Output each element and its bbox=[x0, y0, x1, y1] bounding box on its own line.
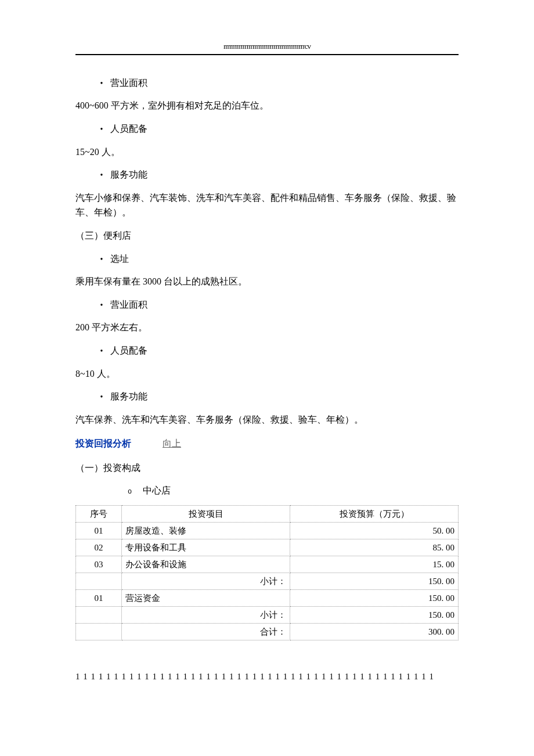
cell-budget: 15. 00 bbox=[290, 556, 459, 573]
subtotal-label: 小计： bbox=[122, 573, 290, 590]
convenience-store-title: （三）便利店 bbox=[75, 228, 459, 243]
total-row: 合计： 300. 00 bbox=[76, 624, 459, 640]
subtotal-row: 小计： 150. 00 bbox=[76, 607, 459, 624]
subtotal-value: 150. 00 bbox=[290, 607, 459, 624]
area-text-2: 200 平方米左右。 bbox=[75, 320, 459, 335]
cell-seq: 03 bbox=[76, 556, 122, 573]
header-budget: 投资预算（万元） bbox=[290, 506, 459, 523]
site-text: 乘用车保有量在 3000 台以上的成熟社区。 bbox=[75, 274, 459, 289]
investment-table: 序号 投资项目 投资预算（万元） 01 房屋改造、装修 50. 00 02 专用… bbox=[75, 505, 459, 640]
cell-item: 专用设备和工具 bbox=[122, 539, 290, 556]
total-label: 合计： bbox=[122, 624, 290, 640]
investment-analysis-title: 投资回报分析 bbox=[75, 436, 131, 451]
cell-empty bbox=[76, 607, 122, 624]
cell-seq: 02 bbox=[76, 539, 122, 556]
service-text-1: 汽车小修和保养、汽车装饰、洗车和汽车美容、配件和精品销售、车务服务（保险、救援、… bbox=[75, 190, 459, 220]
subtotal-value: 150. 00 bbox=[290, 573, 459, 590]
table-header-row: 序号 投资项目 投资预算（万元） bbox=[76, 506, 459, 523]
site-label: 选址 bbox=[93, 251, 459, 267]
cell-item: 办公设备和设施 bbox=[122, 556, 290, 573]
center-store-label: 中心店 bbox=[128, 483, 459, 498]
table-row: 02 专用设备和工具 85. 00 bbox=[76, 539, 459, 556]
staff-label-1: 人员配备 bbox=[93, 121, 459, 136]
cell-seq: 01 bbox=[76, 523, 122, 539]
table-row: 01 营运资金 150. 00 bbox=[76, 590, 459, 607]
page-header: rrrrrrrrrrrrrrrrrrrrrrrrrrrrrrrrrrrrrrrr… bbox=[75, 41, 459, 55]
page-footer: 1 1 1 1 1 1 1 1 1 1 1 1 1 1 1 1 1 1 1 1 … bbox=[75, 669, 459, 683]
area-label-1: 营业面积 bbox=[93, 75, 459, 91]
staff-text-1: 15~20 人。 bbox=[75, 145, 459, 160]
area-label-2: 营业面积 bbox=[93, 297, 459, 312]
header-item: 投资项目 bbox=[122, 506, 290, 523]
cell-budget: 50. 00 bbox=[290, 523, 459, 539]
total-value: 300. 00 bbox=[290, 624, 459, 640]
cell-item: 房屋改造、装修 bbox=[122, 523, 290, 539]
service-text-2: 汽车保养、洗车和汽车美容、车务服务（保险、救援、验车、年检）。 bbox=[75, 412, 459, 427]
service-label-2: 服务功能 bbox=[93, 389, 459, 404]
table-row: 03 办公设备和设施 15. 00 bbox=[76, 556, 459, 573]
subtotal-label: 小计： bbox=[122, 607, 290, 624]
staff-label-2: 人员配备 bbox=[93, 343, 459, 358]
header-seq: 序号 bbox=[76, 506, 122, 523]
area-text-1: 400~600 平方米，室外拥有相对充足的泊车位。 bbox=[75, 98, 459, 113]
cell-empty bbox=[76, 573, 122, 590]
cell-budget: 150. 00 bbox=[290, 590, 459, 607]
cell-item: 营运资金 bbox=[122, 590, 290, 607]
investment-composition-title: （一）投资构成 bbox=[75, 460, 459, 476]
cell-seq: 01 bbox=[76, 590, 122, 607]
cell-budget: 85. 00 bbox=[290, 539, 459, 556]
up-link[interactable]: 向上 bbox=[163, 438, 181, 448]
cell-empty bbox=[76, 624, 122, 640]
subtotal-row: 小计： 150. 00 bbox=[76, 573, 459, 590]
staff-text-2: 8~10 人。 bbox=[75, 366, 459, 381]
table-row: 01 房屋改造、装修 50. 00 bbox=[76, 523, 459, 539]
service-label-1: 服务功能 bbox=[93, 167, 459, 182]
